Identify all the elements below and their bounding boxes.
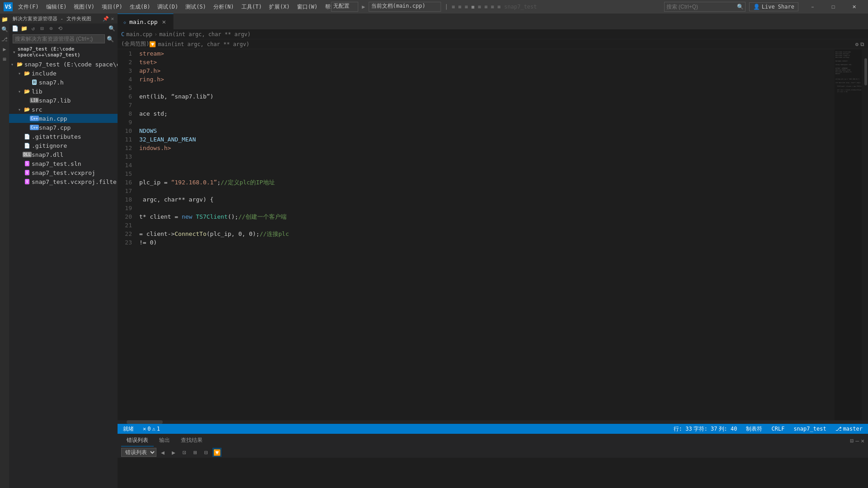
menu-item-文件(F)[interactable]: 文件(F) bbox=[14, 1, 42, 13]
tree-item-snap7h[interactable]: Hsnap7.h bbox=[9, 78, 118, 87]
panel-tab-find[interactable]: 查找结果 bbox=[175, 435, 208, 446]
split-icon[interactable]: ⧉ bbox=[860, 41, 864, 47]
status-ready[interactable]: 就绪 bbox=[121, 424, 136, 434]
panel-minimize-icon[interactable]: — bbox=[855, 437, 859, 444]
scroll-thumb[interactable] bbox=[864, 58, 867, 85]
panel-copy-btn[interactable]: ⊡ bbox=[180, 448, 189, 457]
sidebar-pin-icon[interactable]: 📌 bbox=[103, 16, 109, 22]
panel-collapse-btn[interactable]: ⊟ bbox=[202, 448, 211, 457]
panel-expand-btn[interactable]: ⊞ bbox=[191, 448, 200, 457]
file-icon-maincpp: C++ bbox=[31, 115, 38, 122]
menu-item-工具(T)[interactable]: 工具(T) bbox=[238, 1, 266, 13]
panel-move-icon[interactable]: ⊡ bbox=[850, 437, 854, 444]
status-project[interactable]: snap7_test bbox=[792, 424, 828, 434]
panel-filter-active-btn[interactable]: 🔽 bbox=[212, 448, 222, 457]
tree-item-snap7testsln[interactable]: Ssnap7_test.sln bbox=[9, 159, 118, 168]
sidebar-search-btn[interactable]: 🔍 bbox=[108, 24, 116, 33]
code-line-6: ent(lib, “snap7.lib”) bbox=[139, 92, 835, 101]
sidebar-search: 🔍 bbox=[9, 33, 118, 44]
status-col-label: 字符: 37 bbox=[693, 425, 717, 433]
sidebar-close-icon[interactable]: ✕ bbox=[111, 16, 114, 22]
status-encoding[interactable]: 制表符 bbox=[744, 424, 764, 434]
menu-item-扩展(X)[interactable]: 扩展(X) bbox=[265, 1, 293, 13]
line-number-16: 16 bbox=[121, 178, 132, 187]
status-line[interactable]: 行: 33 字符: 37 列: 40 bbox=[672, 424, 739, 434]
scope-right[interactable]: main(int argc, char ** argv) bbox=[158, 41, 249, 47]
code-line-1: stream> bbox=[139, 49, 835, 58]
horizontal-scroll[interactable] bbox=[118, 420, 868, 424]
tree-item-maincpp[interactable]: C++main.cpp bbox=[9, 114, 118, 123]
toolbar-play-icon: ▶ bbox=[362, 4, 365, 10]
breadcrumb-file[interactable]: main.cpp bbox=[126, 31, 152, 38]
file-icon-snap7dll: DLL bbox=[24, 151, 31, 158]
sidebar-toolbar: 📄 📁 ↺ ⊟ ⊙ ⟲ 🔍 bbox=[9, 23, 118, 33]
tree-item-gitattributes[interactable]: 📄.gitattributes bbox=[9, 132, 118, 141]
panel-tab-output[interactable]: 输出 bbox=[154, 435, 175, 446]
git-icon[interactable]: ⎇ bbox=[0, 35, 9, 43]
panel-filter-dropdown[interactable]: 错误列表 bbox=[121, 448, 156, 457]
sync-btn[interactable]: ⟲ bbox=[56, 24, 64, 33]
minimize-button[interactable]: － bbox=[802, 0, 823, 14]
tree-item-snap7testvcxproj[interactable]: Vsnap7_test.vcxproj bbox=[9, 168, 118, 177]
vertical-scrollbar[interactable] bbox=[862, 49, 868, 420]
panel-tab-errors[interactable]: 错误列表 bbox=[121, 435, 154, 446]
target-dropdown[interactable]: 当前文档(main.cpp) bbox=[369, 2, 441, 12]
tree-item-lib[interactable]: ▾📂lib bbox=[9, 87, 118, 96]
h-scroll-thumb[interactable] bbox=[127, 420, 163, 424]
extensions-icon[interactable]: ⊞ bbox=[0, 55, 9, 63]
search-input[interactable] bbox=[664, 2, 745, 12]
panel-prev-btn[interactable]: ◀ bbox=[158, 448, 167, 457]
maximize-button[interactable]: □ bbox=[823, 0, 844, 14]
tree-item-snap7cpp[interactable]: C++snap7.cpp bbox=[9, 123, 118, 132]
close-button[interactable]: ✕ bbox=[844, 0, 864, 14]
tree-item-snap7dll[interactable]: DLLsnap7.dll bbox=[9, 150, 118, 159]
panel-close-icon[interactable]: ✕ bbox=[861, 437, 864, 444]
sidebar-search-input[interactable] bbox=[13, 34, 105, 43]
status-ready-label: 就绪 bbox=[123, 425, 134, 433]
tab-main-cpp[interactable]: ⬦ main.cpp ✕ bbox=[118, 14, 174, 29]
line-number-13: 13 bbox=[121, 152, 132, 161]
status-line-ending[interactable]: CRLF bbox=[769, 424, 786, 434]
filter-btn[interactable]: ⊙ bbox=[47, 24, 55, 33]
breadcrumb-scope[interactable]: main(int argc, char ** argv) bbox=[159, 31, 250, 38]
panel-next-btn[interactable]: ▶ bbox=[169, 448, 178, 457]
collapse-btn[interactable]: ⊟ bbox=[38, 24, 46, 33]
menu-item-编辑(E)[interactable]: 编辑(E) bbox=[42, 1, 71, 13]
solution-title[interactable]: ▾ snap7_test (E:\code space\c++\snap7_te… bbox=[9, 44, 118, 60]
scope-left[interactable]: (全局范围) bbox=[121, 40, 149, 48]
tree-item-include[interactable]: ▾📂include bbox=[9, 69, 118, 78]
tree-item-gitignore[interactable]: 📄.gitignore bbox=[9, 141, 118, 150]
menu-item-测试(S)[interactable]: 测试(S) bbox=[182, 1, 210, 13]
new-file-btn[interactable]: 📄 bbox=[11, 24, 19, 33]
explorer-icon[interactable]: 📁 bbox=[0, 15, 9, 23]
settings-icon[interactable]: ⚙ bbox=[855, 41, 859, 47]
status-errors[interactable]: ✕ 0 ⚠ 1 bbox=[141, 424, 162, 434]
tree-item-snap7testfilters[interactable]: Vsnap7_test.vcxproj.filters bbox=[9, 177, 118, 186]
menu-item-项目(P)[interactable]: 项目(P) bbox=[98, 1, 126, 13]
tree-item-snap7lib[interactable]: LIBsnap7.lib bbox=[9, 96, 118, 105]
code-content[interactable]: stream>tset>ap7.h>ring.h>ent(lib, “snap7… bbox=[136, 49, 835, 420]
scope-right-area: 🔽 main(int argc, char ** argv) bbox=[149, 41, 249, 47]
live-share-button[interactable]: 👤 Live Share bbox=[749, 2, 798, 11]
tree-item-snap7_test[interactable]: ▾📂snap7_test (E:\code space\c++\snap7_ bbox=[9, 60, 118, 69]
menu-item-窗口(W)[interactable]: 窗口(W) bbox=[293, 1, 321, 13]
config-dropdown[interactable]: 无配置 bbox=[331, 2, 358, 12]
error-icon: ✕ bbox=[143, 426, 146, 432]
code-line-13 bbox=[139, 152, 835, 161]
menu-item-分析(N)[interactable]: 分析(N) bbox=[210, 1, 238, 13]
menu-item-视图(V)[interactable]: 视图(V) bbox=[70, 1, 98, 13]
search-activity-icon[interactable]: 🔍 bbox=[0, 25, 9, 33]
new-folder-btn[interactable]: 📁 bbox=[20, 24, 28, 33]
tab-close-btn[interactable]: ✕ bbox=[160, 18, 168, 25]
line-number-14: 14 bbox=[121, 161, 132, 169]
tree-item-label-snap7h: snap7.h bbox=[38, 79, 64, 86]
menu-item-调试(D)[interactable]: 调试(D) bbox=[154, 1, 182, 13]
tree-item-src[interactable]: ▾📂src bbox=[9, 105, 118, 114]
refresh-btn[interactable]: ↺ bbox=[29, 24, 37, 33]
bottom-panel: 错误列表 输出 查找结果 ⊡ — ✕ 错误列表 ◀ ▶ ⊡ ⊞ ⊟ 🔽 bbox=[118, 434, 868, 488]
menu-item-生成(B)[interactable]: 生成(B) bbox=[126, 1, 154, 13]
debug-icon[interactable]: ▶ bbox=[0, 45, 9, 53]
tree-item-label-maincpp: main.cpp bbox=[38, 115, 67, 122]
status-branch[interactable]: ⎇ master bbox=[834, 424, 864, 434]
line-ending-label: CRLF bbox=[771, 426, 784, 432]
